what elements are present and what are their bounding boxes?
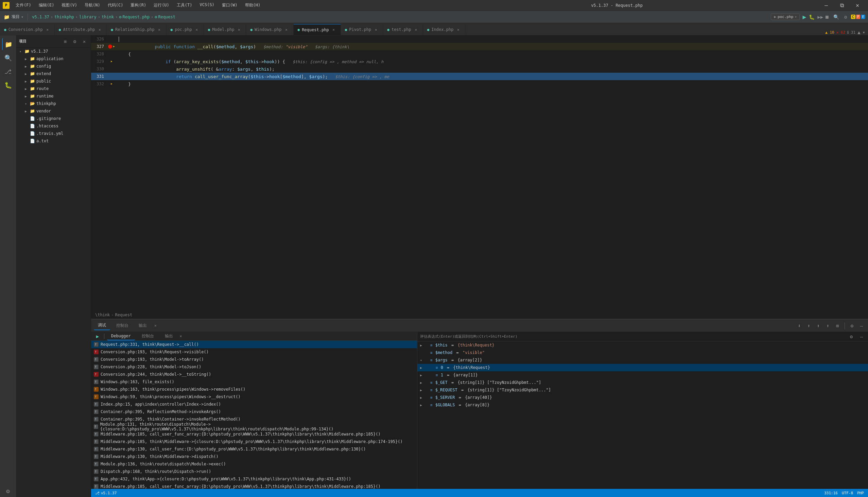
tab-close-request[interactable]: ✕ xyxy=(331,27,336,33)
tree-vendor[interactable]: ▶ 📁 vendor xyxy=(16,107,91,115)
tree-travis[interactable]: 📄 .travis.yml xyxy=(16,130,91,137)
tree-route[interactable]: ▶ 📁 route xyxy=(16,85,91,93)
debug-step-out[interactable]: ⬆ xyxy=(815,322,822,329)
run-button[interactable]: ▶ xyxy=(802,13,806,20)
stack-item-1[interactable]: f Conversion.php:193, think\Request->vis… xyxy=(91,348,417,356)
stack-item-11[interactable]: f Module.php:131, think\route\dispatch\M… xyxy=(91,423,417,430)
tab-close-index[interactable]: ✕ xyxy=(456,27,461,32)
close-tab-icon[interactable]: ✕ xyxy=(180,334,182,338)
stack-item-5[interactable]: f Windows.php:163, file_exists() xyxy=(91,378,417,386)
tab-debugger[interactable]: 调试 xyxy=(94,321,110,330)
var-item-server[interactable]: ▶ ≡ $_SERVER = {array[40]} xyxy=(417,394,868,401)
stack-item-4[interactable]: f Conversion.php:244, think\Model->__toS… xyxy=(91,371,417,378)
collapse-all-icon[interactable]: ≡ xyxy=(61,38,69,45)
stack-item-18[interactable]: f App.php:432, think\App->{closure:D:\ph… xyxy=(91,475,417,483)
hide-icon[interactable]: ✕ xyxy=(81,38,88,45)
output-tab[interactable]: 输出 xyxy=(161,332,177,340)
code-breadcrumb-request[interactable]: Request xyxy=(115,313,132,317)
project-dropdown-icon[interactable]: ▾ xyxy=(21,15,24,19)
chevron-up-icon[interactable]: ▲ xyxy=(857,30,860,35)
var-item-args[interactable]: ▾ ≡ $args = {array[2]} xyxy=(417,356,868,364)
search-icon-bar[interactable]: 🔍 xyxy=(2,52,14,64)
maximize-button[interactable]: ⧉ xyxy=(834,0,850,11)
console-tab[interactable]: 控制台 xyxy=(138,332,158,340)
project-icon[interactable]: 📁 xyxy=(3,13,10,21)
stack-item-14[interactable]: f Middleware.php:130, call_user_func:{D:… xyxy=(91,445,417,453)
code-breadcrumb-think[interactable]: \think xyxy=(95,313,110,317)
stack-item-16[interactable]: f Module.php:136, think\route\dispatch\M… xyxy=(91,460,417,468)
tree-extend[interactable]: ▶ 📁 extend xyxy=(16,70,91,77)
breadcrumb-think[interactable]: think xyxy=(102,15,114,19)
menu-view[interactable]: 视图(V) xyxy=(58,1,81,10)
var-item-this[interactable]: ▶ ≡ $this = {think\Request} xyxy=(417,341,868,349)
menu-refactor[interactable]: 重构(R) xyxy=(127,1,150,10)
debug-step-into[interactable]: ⬆ xyxy=(805,322,813,329)
menu-help[interactable]: 帮助(H) xyxy=(242,1,264,10)
debug-icon-bar[interactable]: 🐛 xyxy=(2,79,14,91)
explorer-icon[interactable]: 📁 xyxy=(2,38,14,50)
debug-play-icon[interactable]: ▶ xyxy=(94,332,101,340)
settings-icon[interactable]: ⚙ xyxy=(841,13,850,21)
tab-attribute[interactable]: ● Attribute.php ✕ xyxy=(55,24,107,35)
breakpoint-327[interactable] xyxy=(108,44,112,48)
tab-windows[interactable]: ● Windows.php ✕ xyxy=(246,24,293,35)
tab-conversion[interactable]: ● Conversion.php ✕ xyxy=(0,24,55,35)
minimize-button[interactable]: — xyxy=(818,0,834,11)
menu-nav[interactable]: 导航(N) xyxy=(81,1,104,10)
debug-run-button[interactable]: 🐛 xyxy=(809,14,815,20)
tab-close-attribute[interactable]: ✕ xyxy=(97,27,102,32)
close-button[interactable]: ✕ xyxy=(850,0,865,11)
tree-gitignore[interactable]: 📄 .gitignore xyxy=(16,115,91,122)
stack-item-7[interactable]: f Windows.php:59, think\process\pipes\Wi… xyxy=(91,393,417,400)
tree-root[interactable]: ▾ 📁 v5.1.37 xyxy=(16,47,91,55)
stack-item-13[interactable]: f Middleware.php:185, think\Middleware->… xyxy=(91,438,417,445)
breadcrumb-class[interactable]: Request xyxy=(158,15,176,19)
var-item-method[interactable]: ▶ ≡ $method = "visible" xyxy=(417,349,868,356)
code-editor[interactable]: 326 │ 327 ➤ public function __call($meth… xyxy=(91,36,868,311)
tab-request[interactable]: ● Request.php ✕ xyxy=(294,24,341,35)
menu-edit[interactable]: 编辑(E) xyxy=(36,1,58,10)
stack-item-19[interactable]: f Middleware.php:185, call_user_func_arr… xyxy=(91,483,417,489)
breadcrumb-root[interactable]: v5.1.37 xyxy=(32,15,49,19)
var-panel-close[interactable]: — xyxy=(858,333,865,340)
tab-close-pivot[interactable]: ✕ xyxy=(373,27,379,32)
var-item-args-0[interactable]: ▶ ≡ 0 = {think\Request} xyxy=(417,364,868,371)
tree-config[interactable]: ▶ 📁 config xyxy=(16,62,91,70)
tab-console[interactable]: 控制台 xyxy=(112,321,132,330)
tree-atxt[interactable]: 📄 a.txt xyxy=(16,137,91,145)
menu-tools[interactable]: 工具(T) xyxy=(173,1,196,10)
tree-application[interactable]: ▶ 📁 application xyxy=(16,55,91,62)
menu-code[interactable]: 代码(C) xyxy=(104,1,127,10)
settings-icon-bar[interactable]: ⚙ xyxy=(2,485,14,497)
chevron-down-icon[interactable]: ▾ xyxy=(863,30,865,35)
menu-vcs[interactable]: VCS(S) xyxy=(196,1,218,10)
tab-close-conversion[interactable]: ✕ xyxy=(45,27,50,32)
debug-settings-icon[interactable]: ⚙ xyxy=(848,322,856,329)
var-panel-settings[interactable]: ⚙ xyxy=(848,333,855,340)
debug-run-to-cursor[interactable]: ⊞ xyxy=(834,322,841,329)
tree-runtime[interactable]: ▶ 📁 runtime xyxy=(16,93,91,100)
stack-item-8[interactable]: f Index.php:15, app\index\controller\Ind… xyxy=(91,400,417,408)
breadcrumb-library[interactable]: library xyxy=(79,15,97,19)
toolbar-run2[interactable]: ▶▶ xyxy=(817,14,823,20)
var-item-get[interactable]: ▶ ≡ $_GET = {string[1]} ["TzoyNzoidGhpbm… xyxy=(417,379,868,386)
debug-close-icon[interactable]: — xyxy=(858,322,865,329)
run-config-arrow[interactable]: ▾ xyxy=(795,15,797,19)
tab-pivot[interactable]: ● Pivot.php ✕ xyxy=(341,24,383,35)
stack-item-0[interactable]: f Request.php:331, think\Request->__call… xyxy=(91,341,417,348)
var-item-globals[interactable]: ▶ ≡ $GLOBALS = {array[8]} xyxy=(417,401,868,409)
debug-resume[interactable]: ⬆ xyxy=(824,322,832,329)
stack-item-15[interactable]: f Middleware.php:130, think\Middleware->… xyxy=(91,453,417,460)
tab-model[interactable]: ● Model.php ✕ xyxy=(204,24,247,35)
tab-output[interactable]: 输出 xyxy=(135,321,151,330)
tree-thinkphp[interactable]: ▾ 📂 thinkphp xyxy=(16,100,91,107)
run-config-label[interactable]: poc.php xyxy=(778,15,793,19)
stack-item-12[interactable]: f Middleware.php:185, call_user_func_arr… xyxy=(91,430,417,438)
menu-window[interactable]: 窗口(W) xyxy=(219,1,241,10)
var-item-request[interactable]: ▶ ≡ $_REQUEST = {string[1]} ["TzoyNzoidG… xyxy=(417,386,868,394)
breadcrumb-file[interactable]: Request.php xyxy=(122,15,149,19)
toolbar-stop[interactable]: ⏹ xyxy=(825,14,829,20)
menu-run[interactable]: 运行(U) xyxy=(150,1,173,10)
tab-close-model[interactable]: ✕ xyxy=(236,27,242,32)
debug-step-over[interactable]: ⬇ xyxy=(796,322,803,329)
